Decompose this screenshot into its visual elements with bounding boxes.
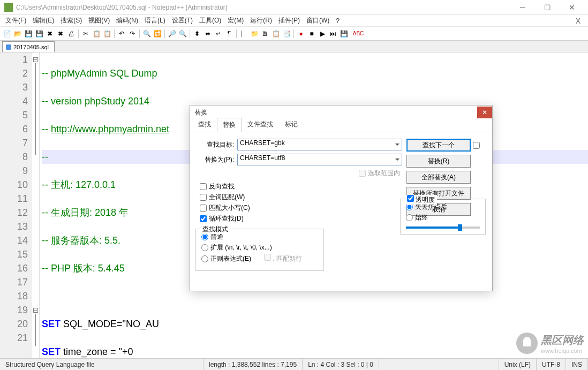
wholeword-checkbox[interactable] [200, 194, 207, 201]
trans-always-radio[interactable] [406, 214, 413, 221]
record-icon[interactable]: ● [296, 29, 306, 39]
menu-file[interactable]: 文件(F) [2, 15, 29, 26]
showall-icon[interactable]: ¶ [224, 29, 234, 39]
app-icon [4, 3, 13, 12]
title-bar: C:\Users\Administrator\Desktop\20170405.… [0, 0, 588, 15]
dialog-tabs: 查找 替换 文件查找 标记 [190, 119, 492, 132]
undo-icon[interactable]: ↶ [117, 29, 126, 39]
status-eol[interactable]: Unix (LF) [499, 359, 537, 370]
transparency-group: 透明度 失去焦点后 始终 [400, 199, 486, 235]
replace-label: 替换为(P): [195, 155, 234, 164]
replace-all-button[interactable]: 全部替换(A) [406, 171, 471, 184]
search-mode-group: 查找模式 普通 扩展 (\n, \r, \t, \0, \x...) 正则表达式… [195, 229, 324, 271]
doc-map-icon[interactable]: 🗎 [260, 29, 270, 39]
redo-icon[interactable]: ↷ [127, 29, 137, 39]
tab-find[interactable]: 查找 [192, 117, 217, 132]
folder-icon[interactable]: 📁 [250, 29, 259, 39]
menu-view[interactable]: 视图(V) [85, 15, 113, 26]
backward-checkbox[interactable] [200, 183, 207, 190]
tab-mark[interactable]: 标记 [279, 117, 304, 132]
in-selection-label: 选取范围内 [368, 169, 400, 178]
status-insert-mode[interactable]: INS [566, 359, 588, 370]
tab-findinfiles[interactable]: 文件查找 [242, 117, 279, 132]
func-list-icon[interactable]: 📋 [271, 29, 281, 39]
menu-encoding[interactable]: 编码(N) [113, 15, 141, 26]
matchcase-checkbox[interactable] [200, 205, 207, 212]
watermark-sub: www.heiqu.com [541, 348, 584, 354]
find-label: 查找目标: [195, 140, 234, 149]
find-input[interactable]: CHARSET=gbk [237, 139, 402, 150]
save-macro-icon[interactable]: 💾 [339, 29, 349, 39]
paste-icon[interactable]: 📋 [102, 29, 112, 39]
file-status-dot-icon [6, 44, 11, 50]
transparency-slider[interactable] [406, 226, 480, 229]
minimize-button[interactable]: ─ [511, 2, 534, 13]
status-bar: Structured Query Language file length : … [0, 358, 588, 370]
replace-input[interactable]: CHARSET=utf8 [237, 154, 402, 165]
menu-run[interactable]: 运行(R) [247, 15, 275, 26]
transparency-checkbox[interactable] [407, 195, 414, 202]
maximize-button[interactable]: ☐ [536, 2, 559, 13]
status-length: length : 1,388,552 lines : 7,195 [203, 359, 303, 370]
status-encoding[interactable]: UTF-8 [537, 359, 566, 370]
menu-settings[interactable]: 设置(T) [169, 15, 196, 26]
tab-label: 20170405.sql [13, 44, 49, 50]
find-next-button[interactable]: 查找下一个 [406, 139, 471, 152]
find-icon[interactable]: 🔍 [142, 29, 152, 39]
menu-help[interactable]: ? [333, 15, 343, 26]
menu-edit[interactable]: 编辑(E) [29, 15, 57, 26]
doc-switcher-icon[interactable]: 📑 [282, 29, 291, 39]
line-numbers: 123456789101112131415161718192021 [0, 52, 32, 358]
zoom-out-icon[interactable]: 🔍 [178, 29, 187, 39]
save-icon[interactable]: 💾 [24, 29, 33, 39]
menu-search[interactable]: 搜索(S) [57, 15, 85, 26]
watermark-logo-icon [516, 333, 538, 354]
in-selection-checkbox[interactable] [359, 170, 366, 177]
wrap-icon[interactable]: ↵ [214, 29, 223, 39]
play-icon[interactable]: ▶ [318, 29, 327, 39]
close-all-icon[interactable]: ✖ [56, 29, 65, 39]
dialog-close-button[interactable]: ✕ [477, 107, 492, 118]
mode-extended-radio[interactable] [201, 244, 208, 251]
find-next-aux-checkbox[interactable] [473, 142, 480, 149]
menu-macro[interactable]: 宏(M) [224, 15, 247, 26]
wrap-checkbox[interactable] [200, 215, 207, 222]
menu-language[interactable]: 语言(L) [141, 15, 169, 26]
menu-close-x[interactable]: X [576, 17, 581, 25]
replace-dialog: 替换 ✕ 查找 替换 文件查找 标记 查找目标: CHARSET=gbk 替换为… [190, 105, 493, 291]
mode-regex-radio[interactable] [201, 255, 208, 262]
zoom-in-icon[interactable]: 🔎 [167, 29, 177, 39]
stop-icon[interactable]: ■ [307, 29, 316, 39]
watermark: 黑区网络 www.heiqu.com [516, 333, 584, 354]
menu-window[interactable]: 窗口(W) [303, 15, 333, 26]
window-title: C:\Users\Administrator\Desktop\20170405.… [16, 4, 511, 11]
dotall-checkbox [264, 254, 271, 261]
close-file-icon[interactable]: ✖ [45, 29, 55, 39]
indent-guide-icon[interactable]: ⎸ [239, 29, 248, 39]
mode-normal-radio[interactable] [201, 233, 208, 240]
open-file-icon[interactable]: 📂 [13, 29, 22, 39]
new-file-icon[interactable]: 📄 [2, 29, 12, 39]
sync-v-icon[interactable]: ⬍ [192, 29, 202, 39]
copy-icon[interactable]: 📋 [92, 29, 101, 39]
sync-h-icon[interactable]: ⬌ [203, 29, 213, 39]
spellcheck-icon[interactable]: ABC [353, 29, 363, 39]
replace-icon[interactable]: 🔁 [153, 29, 162, 39]
cut-icon[interactable]: ✂ [81, 29, 91, 39]
play-multi-icon[interactable]: ⏭ [328, 29, 338, 39]
toolbar: 📄 📂 💾 💾 ✖ ✖ 🖨 ✂ 📋 📋 ↶ ↷ 🔍 🔁 🔎 🔍 ⬍ ⬌ ↵ ¶ … [0, 27, 588, 41]
fold-margin[interactable] [32, 52, 40, 358]
save-all-icon[interactable]: 💾 [34, 29, 44, 39]
menu-plugins[interactable]: 插件(P) [275, 15, 303, 26]
status-filetype: Structured Query Language file [0, 359, 203, 370]
watermark-text: 黑区网络 [541, 333, 584, 348]
status-position: Ln : 4 Col : 3 Sel : 0 | 0 [303, 359, 379, 370]
menu-tools[interactable]: 工具(O) [196, 15, 224, 26]
replace-button[interactable]: 替换(R) [406, 155, 471, 168]
dialog-title: 替换 [194, 108, 207, 117]
close-button[interactable]: ✕ [560, 2, 584, 13]
document-tabs: 20170405.sql [0, 41, 588, 52]
print-icon[interactable]: 🖨 [66, 29, 76, 39]
tab-replace[interactable]: 替换 [217, 118, 242, 132]
tab-20170405[interactable]: 20170405.sql [2, 41, 55, 52]
